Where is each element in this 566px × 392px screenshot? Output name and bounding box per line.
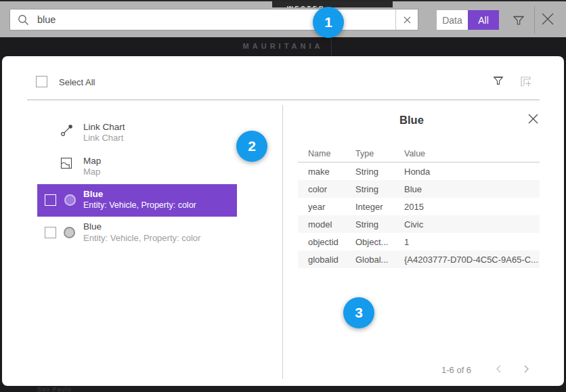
select-all-checkbox[interactable] <box>36 76 47 87</box>
map-icon <box>60 156 73 170</box>
scope-all-button[interactable]: All <box>468 10 499 30</box>
link-chart-icon <box>60 123 74 137</box>
select-all-label: Select All <box>59 77 95 87</box>
add-to-selection-icon[interactable] <box>519 74 533 88</box>
clear-icon <box>404 16 411 24</box>
result-item-blue-selected[interactable]: Blue Entity: Vehicle, Property: color <box>37 184 237 217</box>
map-label-mauritania: MAURITANIA <box>0 42 566 50</box>
result-title: Blue <box>83 189 103 199</box>
entity-symbol <box>64 227 75 238</box>
header-divider <box>27 100 540 100</box>
toolbar-divider <box>534 6 535 34</box>
app-screenshot: WESTER Data All <box>0 0 566 392</box>
pagination-next-icon[interactable] <box>522 364 531 374</box>
scope-data-button[interactable]: Data <box>437 10 468 30</box>
result-subtitle: Entity: Vehicle, Property: color <box>83 233 200 243</box>
result-title: Map <box>83 156 101 166</box>
map-strip: MAURITANIA <box>0 37 566 56</box>
table-row: make String Honda <box>298 162 540 180</box>
item-checkbox[interactable] <box>45 227 56 238</box>
detail-close-icon[interactable] <box>527 113 539 125</box>
pagination-prev-icon[interactable] <box>494 364 503 374</box>
search-results-dialog: Select All Link Chart Link Chart <box>2 56 564 386</box>
col-header-type: Type <box>355 149 404 158</box>
result-subtitle: Entity: Vehicle, Property: color <box>83 200 196 210</box>
table-row: objectid Object... 1 <box>298 233 540 251</box>
search-toolbar: WESTER Data All <box>0 0 566 37</box>
entity-symbol <box>64 194 76 206</box>
result-title: Blue <box>83 221 102 232</box>
search-scope-toggle: Data All <box>437 10 499 30</box>
search-icon <box>18 14 29 26</box>
map-label-western: WESTER <box>272 1 393 7</box>
col-header-name: Name <box>308 149 355 158</box>
table-body: make String Honda color String Blue year… <box>298 162 540 268</box>
callout-2: 2 <box>236 131 267 162</box>
result-subtitle: Map <box>83 167 100 177</box>
item-checkbox[interactable] <box>45 194 56 206</box>
table-header-row: Name Type Value <box>298 145 540 162</box>
table-row: globalid Global... {A4203777-D70D-4C5C-9… <box>298 251 540 268</box>
search-box <box>9 9 418 30</box>
map-label-bottom: Sao Paulo <box>37 386 72 392</box>
pagination-label: 1-6 of 6 <box>441 365 471 375</box>
table-row: model String Civic <box>298 215 540 233</box>
result-title: Link Chart <box>83 122 125 132</box>
clear-search-button[interactable] <box>395 9 418 30</box>
callout-3: 3 <box>343 297 374 328</box>
callout-1: 1 <box>313 7 344 38</box>
close-search-icon[interactable] <box>540 11 556 27</box>
list-detail-divider <box>282 105 283 379</box>
detail-title: Blue <box>282 114 541 127</box>
col-header-value: Value <box>404 149 540 158</box>
table-row: color String Blue <box>298 180 540 198</box>
results-filter-icon[interactable] <box>492 74 504 87</box>
table-row: year Integer 2015 <box>298 198 540 215</box>
result-subtitle: Link Chart <box>83 133 123 143</box>
filter-icon[interactable] <box>512 14 525 27</box>
attribute-table: Name Type Value make String Honda color … <box>298 145 540 268</box>
